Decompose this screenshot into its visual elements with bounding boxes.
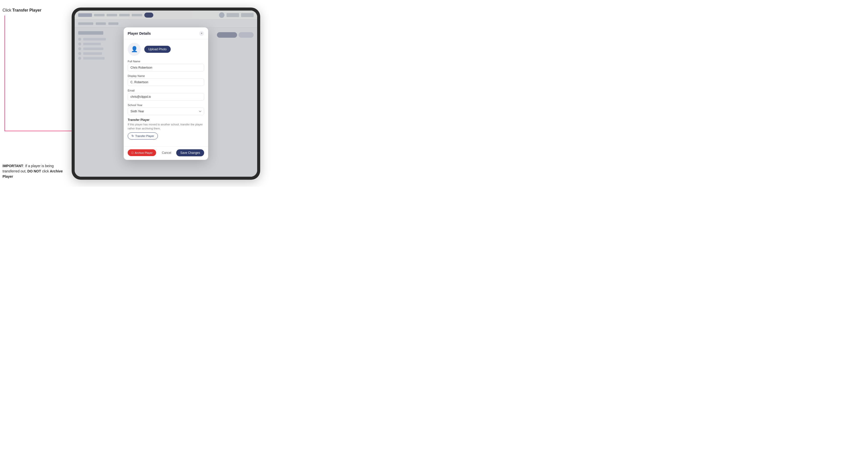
instruction-area: Click Transfer Player bbox=[2, 7, 68, 15]
do-not-text: click bbox=[41, 169, 50, 173]
modal-header: Player Details × bbox=[124, 27, 208, 39]
email-group: Email bbox=[128, 89, 204, 100]
tablet-screen: Player Details × 👤 Upload Photo bbox=[75, 10, 257, 177]
archive-icon: ◻ bbox=[131, 151, 133, 154]
display-name-input[interactable] bbox=[128, 79, 204, 86]
full-name-input[interactable] bbox=[128, 64, 204, 71]
modal-overlay: Player Details × 👤 Upload Photo bbox=[75, 10, 257, 177]
email-input[interactable] bbox=[128, 93, 204, 100]
modal-title: Player Details bbox=[128, 31, 151, 35]
display-name-label: Display Name bbox=[128, 74, 204, 77]
click-text: Click bbox=[2, 8, 12, 12]
photo-upload-row: 👤 Upload Photo bbox=[128, 43, 204, 56]
full-name-group: Full Name bbox=[128, 60, 204, 71]
transfer-section-description: If this player has moved to another scho… bbox=[128, 123, 204, 130]
transfer-player-button[interactable]: ↻ Transfer Player bbox=[128, 132, 158, 139]
school-year-group: School Year Sixth Year bbox=[128, 103, 204, 115]
cancel-button[interactable]: Cancel bbox=[159, 149, 174, 156]
tablet-device: Player Details × 👤 Upload Photo bbox=[72, 7, 260, 180]
full-name-label: Full Name bbox=[128, 60, 204, 63]
modal-footer: ◻ Archive Player Cancel Save Changes bbox=[124, 147, 208, 160]
click-instruction: Click Transfer Player bbox=[2, 7, 68, 13]
important-note: IMPORTANT: If a player is being transfer… bbox=[2, 163, 68, 179]
email-label: Email bbox=[128, 89, 204, 92]
upload-photo-button[interactable]: Upload Photo bbox=[144, 46, 171, 53]
avatar-placeholder: 👤 bbox=[128, 43, 141, 56]
archive-btn-label: Archive Player bbox=[135, 151, 153, 154]
player-details-modal: Player Details × 👤 Upload Photo bbox=[124, 27, 208, 160]
modal-body: 👤 Upload Photo Full Name Display Name bbox=[124, 39, 208, 147]
transfer-btn-label: Transfer Player bbox=[135, 134, 154, 137]
transfer-section-title: Transfer Player bbox=[128, 118, 204, 122]
annotation-line-vertical bbox=[4, 15, 5, 131]
archive-player-button[interactable]: ◻ Archive Player bbox=[128, 149, 156, 156]
close-icon: × bbox=[200, 32, 203, 35]
save-changes-button[interactable]: Save Changes bbox=[176, 149, 204, 156]
click-bold: Transfer Player bbox=[12, 8, 41, 12]
transfer-player-section: Transfer Player If this player has moved… bbox=[128, 118, 204, 139]
school-year-label: School Year bbox=[128, 103, 204, 106]
school-year-select[interactable]: Sixth Year bbox=[128, 107, 204, 115]
display-name-group: Display Name bbox=[128, 74, 204, 86]
person-icon: 👤 bbox=[131, 46, 138, 53]
modal-close-button[interactable]: × bbox=[199, 31, 204, 36]
do-not-label: DO NOT bbox=[27, 169, 41, 173]
transfer-icon: ↻ bbox=[131, 134, 134, 138]
important-label: IMPORTANT bbox=[2, 164, 23, 168]
